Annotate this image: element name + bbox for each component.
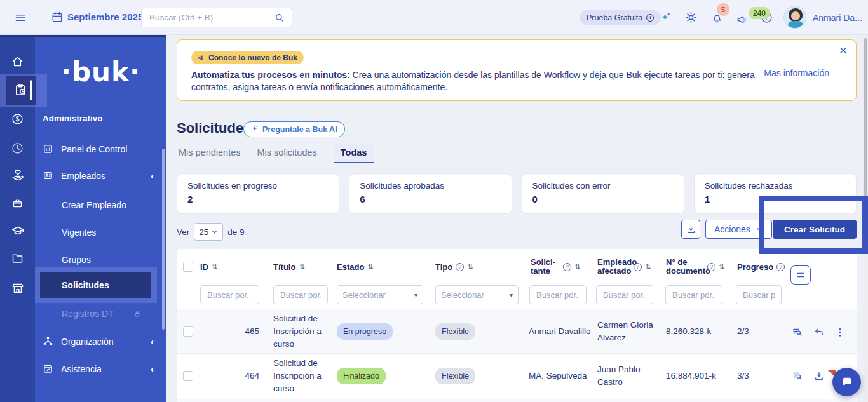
ask-buk-ai-button[interactable]: Preguntale a Buk AI (243, 121, 345, 137)
sidebar-item-solicitudes[interactable]: Solicitudes (62, 280, 109, 290)
filter-titulo-input[interactable] (279, 290, 322, 300)
filter-documento[interactable] (665, 285, 722, 304)
filter-progreso-input[interactable] (742, 290, 776, 300)
documents-folder-icon[interactable] (11, 251, 24, 265)
tab-mis-solicitudes[interactable]: Mis solicitudes (257, 147, 317, 163)
help-circle-icon[interactable]: ? (563, 263, 571, 271)
sparkle-icon (251, 124, 259, 135)
buk-logo[interactable]: ·buk· (35, 57, 166, 88)
cell-estado: Finalizado (337, 368, 386, 384)
search-input[interactable] (148, 12, 274, 23)
banner-more-info-link[interactable]: Mas información (764, 68, 829, 78)
notification-count-badge[interactable]: 5 (717, 3, 729, 16)
sidebar-item-organizacion[interactable]: Organización ‹ (43, 336, 159, 347)
sidebar-item-asistencia[interactable]: Asistencia ‹ (43, 363, 159, 374)
column-header-estado[interactable]: Estado⇅ (337, 254, 374, 279)
undo-icon[interactable] (813, 326, 825, 338)
sidebar-item-solicitudes-active[interactable]: Solicitudes (40, 272, 151, 298)
sort-icon[interactable]: ⇅ (645, 263, 651, 271)
sidebar-item-empleados[interactable]: Empleados ‹ (43, 170, 159, 181)
calendar-icon[interactable] (51, 11, 64, 23)
requests-clipboard-icon[interactable] (13, 83, 28, 97)
user-avatar[interactable] (783, 6, 806, 29)
filter-empleado[interactable] (596, 285, 653, 304)
column-label: Título (273, 262, 295, 272)
training-graduation-icon[interactable] (11, 224, 25, 238)
culture-cake-icon[interactable] (11, 196, 24, 210)
help-circle-icon[interactable]: ? (776, 263, 785, 271)
rail-active-indicator (30, 80, 32, 100)
download-icon[interactable] (813, 370, 825, 382)
close-icon[interactable]: × (839, 43, 847, 58)
points-badge[interactable]: 240 (749, 7, 770, 19)
announcements-megaphone-icon[interactable] (736, 13, 749, 26)
row-checkbox[interactable] (183, 326, 193, 337)
filter-progreso[interactable] (736, 285, 782, 304)
help-circle-icon[interactable]: ? (634, 263, 642, 271)
filter-id[interactable] (200, 285, 259, 304)
sidebar-item-registros-dt[interactable]: Registros DT (62, 309, 142, 319)
benefits-hand-heart-icon[interactable] (11, 168, 25, 182)
per-page-select[interactable]: 25 (194, 223, 223, 241)
column-header-solicitante[interactable]: Solici-tante?⇅ (531, 254, 592, 279)
column-header-documento[interactable]: N° de documento?⇅ (666, 254, 733, 279)
sort-icon[interactable]: ⇅ (367, 263, 373, 271)
row-checkbox[interactable] (183, 371, 193, 381)
global-search[interactable] (141, 8, 292, 27)
sidebar-item-crear-empleado[interactable]: Crear Empleado (62, 200, 126, 210)
search-icon[interactable] (274, 12, 285, 23)
buk-ai-sparkle-icon[interactable] (659, 11, 672, 24)
sort-icon[interactable]: ⇅ (467, 263, 473, 271)
sort-icon[interactable]: ⇅ (212, 263, 217, 271)
view-detail-icon[interactable] (792, 326, 803, 338)
trial-badge[interactable]: Prueba Gratuita i (580, 10, 661, 25)
settings-gear-icon[interactable] (684, 11, 698, 24)
filter-id-input[interactable] (206, 290, 254, 300)
column-header-empleado-afectado[interactable]: Empleado afectado?⇅ (597, 254, 662, 279)
column-header-tipo[interactable]: Tipo?⇅ (435, 254, 473, 279)
filter-solicitante[interactable] (529, 285, 587, 304)
time-clock-icon[interactable] (11, 142, 24, 155)
cell-documento: 16.884.901-k (666, 370, 733, 382)
filter-empleado-input[interactable] (602, 290, 648, 300)
marketplace-store-icon[interactable] (11, 281, 25, 295)
table-row[interactable]: 465 Solicitud de Inscripción a curso En … (177, 309, 857, 354)
sidebar-scrollbar[interactable] (162, 149, 165, 330)
chevron-collapse-icon[interactable]: ‹ (151, 170, 154, 181)
filter-solicitante-input[interactable] (535, 290, 581, 300)
column-header-id[interactable]: ID⇅ (200, 254, 217, 279)
page-scrollbar-thumb[interactable] (864, 38, 867, 222)
filter-tipo-select[interactable]: Seleccionar▾ (435, 285, 519, 304)
home-icon[interactable] (11, 55, 24, 69)
chevron-collapse-icon[interactable]: ‹ (151, 363, 154, 374)
filter-documento-input[interactable] (671, 290, 717, 300)
tab-mis-pendientes[interactable]: Mis pendientes (179, 147, 241, 163)
column-settings-button[interactable] (790, 265, 811, 285)
sidebar-item-panel-de-control[interactable]: Panel de Control (43, 144, 159, 154)
sidebar-item-grupos[interactable]: Grupos (62, 255, 91, 265)
kebab-menu-icon[interactable]: ⋮ (835, 326, 845, 338)
download-button[interactable] (681, 220, 700, 239)
chat-fab-button[interactable] (832, 368, 861, 396)
sort-icon[interactable]: ⇅ (719, 263, 724, 271)
card-solicitudes-con-error: Solicitudes con error 0 (522, 173, 684, 214)
view-detail-icon[interactable] (792, 370, 803, 382)
tab-todas[interactable]: Todas (334, 144, 374, 163)
crear-solicitud-button[interactable]: Crear Solicitud (773, 220, 857, 239)
payroll-dollar-icon[interactable]: $ (11, 112, 24, 126)
table-row[interactable]: 464 Solicitud de Inscripción a curso Fin… (177, 354, 857, 398)
sort-icon[interactable]: ⇅ (574, 263, 580, 271)
user-name[interactable]: Anmari Da... (813, 13, 862, 23)
hamburger-menu-icon[interactable] (14, 11, 27, 24)
filter-estado-select[interactable]: Seleccionar▾ (337, 285, 423, 304)
column-header-progreso[interactable]: Progreso? (737, 254, 785, 279)
help-circle-icon[interactable]: ? (456, 263, 464, 271)
filter-titulo[interactable] (273, 285, 328, 304)
help-circle-icon[interactable]: ? (707, 263, 715, 271)
select-all-checkbox[interactable] (183, 262, 193, 272)
chevron-collapse-icon[interactable]: ‹ (151, 336, 154, 347)
period-selector[interactable]: Septiembre 2025 (67, 11, 143, 22)
column-header-titulo[interactable]: Título⇅ (273, 254, 305, 279)
sort-icon[interactable]: ⇅ (299, 263, 304, 271)
sidebar-item-vigentes[interactable]: Vigentes (62, 227, 96, 238)
